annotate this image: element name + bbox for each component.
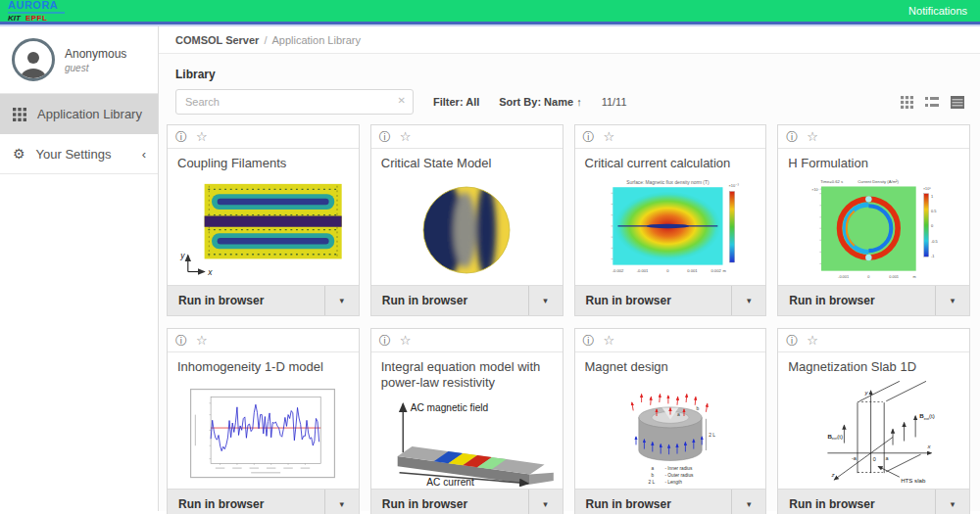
- list-view-icon[interactable]: [925, 96, 939, 109]
- main-area: COMSOL Server / Application Library Libr…: [159, 26, 980, 511]
- card-header: ⓘ ☆: [778, 329, 969, 352]
- clear-search-icon[interactable]: ✕: [398, 95, 406, 106]
- info-icon[interactable]: ⓘ: [175, 131, 187, 143]
- gear-icon: ⚙: [13, 147, 25, 161]
- run-options-caret[interactable]: ▾: [731, 490, 765, 514]
- run-in-browser-button[interactable]: Run in browser: [778, 286, 935, 315]
- run-options-caret[interactable]: ▾: [731, 286, 765, 315]
- sidebar-item-application-library[interactable]: Application Library: [0, 94, 158, 134]
- run-in-browser-button[interactable]: Run in browser: [371, 490, 528, 514]
- info-icon[interactable]: ⓘ: [786, 131, 798, 143]
- star-icon[interactable]: ☆: [604, 130, 615, 143]
- card-title: Integral equation model with power-law r…: [371, 352, 563, 395]
- notifications-link[interactable]: Notifications: [908, 5, 980, 17]
- top-bar: AURORA KIT EPFL Notifications: [0, 0, 980, 24]
- card-header: ⓘ ☆: [168, 329, 359, 352]
- card-footer: Run in browser ▾: [371, 489, 563, 514]
- user-block: Anonymous guest: [0, 26, 158, 94]
- flux-density-plot: Surface: Magnetic flux density norm (T) …: [586, 176, 755, 283]
- card-thumbnail: AC magnetic field AC current: [371, 395, 563, 490]
- search-box: ✕: [175, 89, 414, 115]
- legend-key: b: [651, 473, 654, 478]
- search-input[interactable]: [175, 89, 414, 115]
- info-icon[interactable]: ⓘ: [379, 335, 391, 347]
- critical-state-plot: [414, 177, 519, 283]
- application-grid: ⓘ ☆ Coupling Filaments: [159, 115, 980, 514]
- run-options-caret[interactable]: ▾: [528, 490, 563, 514]
- info-icon[interactable]: ⓘ: [583, 131, 595, 143]
- chevron-left-icon[interactable]: ‹: [142, 147, 146, 162]
- run-in-browser-button[interactable]: Run in browser: [575, 286, 732, 315]
- run-options-caret[interactable]: ▾: [935, 490, 969, 514]
- plot-title: Surface: Magnetic flux density norm (T): [626, 180, 710, 185]
- app-card-magnet-design: ⓘ ☆ Magnet design: [574, 328, 767, 514]
- x-tick: 0.001: [889, 275, 899, 279]
- breadcrumb: COMSOL Server / Application Library: [159, 26, 980, 54]
- run-options-caret[interactable]: ▾: [528, 286, 563, 315]
- card-thumbnail: y x: [168, 174, 359, 285]
- cb-label: 0.5: [931, 210, 936, 213]
- star-icon[interactable]: ☆: [400, 334, 412, 347]
- sort-label: Sort By: Name: [499, 96, 573, 108]
- star-icon[interactable]: ☆: [807, 130, 818, 143]
- a-label: a: [885, 455, 889, 461]
- info-icon[interactable]: ⓘ: [379, 131, 391, 143]
- logo-subtitle-bar: [8, 12, 65, 14]
- breadcrumb-current: Application Library: [271, 34, 361, 46]
- x-tick: 0: [666, 269, 669, 274]
- legend-desc: - Outer radius: [664, 473, 694, 478]
- plot-title: Current Density (A/m²): [858, 180, 899, 185]
- app-card-integral-equation-model: ⓘ ☆ Integral equation model with power-l…: [370, 328, 564, 514]
- x-tick: -0.002: [612, 269, 624, 274]
- card-title: Critical State Model: [371, 149, 563, 174]
- cb-label: 1: [931, 195, 933, 199]
- detail-view-icon[interactable]: [951, 96, 964, 109]
- logo-aurora-text: AURORA: [8, 0, 65, 11]
- magnet-diagram: a b 2 L a - Inner radius b - Outer radiu…: [602, 382, 739, 485]
- run-in-browser-button[interactable]: Run in browser: [168, 490, 324, 514]
- card-thumbnail: Time=0.62 s Current Density (A/m²) ×10⁻⁴: [778, 174, 969, 285]
- x-axis-label: x: [926, 443, 931, 449]
- run-options-caret[interactable]: ▾: [324, 286, 359, 315]
- b-ext-right-label: Bext(t): [919, 413, 935, 421]
- run-in-browser-button[interactable]: Run in browser: [778, 490, 935, 514]
- sort-up-icon[interactable]: ↑: [576, 96, 582, 108]
- cb-label: -1: [931, 255, 934, 258]
- app-card-critical-state-model: ⓘ ☆ Critical State Model: [370, 124, 564, 316]
- breadcrumb-separator: /: [264, 34, 267, 46]
- breadcrumb-root[interactable]: COMSOL Server: [175, 34, 259, 46]
- app-card-inhomogeneity-1d-model: ⓘ ☆ Inhomogeneity 1-D model: [167, 328, 360, 514]
- info-icon[interactable]: ⓘ: [583, 335, 595, 347]
- filter-control[interactable]: Filter: All: [433, 96, 479, 108]
- sort-control[interactable]: Sort By: Name ↑: [499, 96, 581, 108]
- run-in-browser-button[interactable]: Run in browser: [371, 286, 528, 315]
- sidebar-item-your-settings[interactable]: ⚙ Your Settings ‹: [0, 134, 158, 174]
- info-icon[interactable]: ⓘ: [786, 335, 798, 347]
- info-icon[interactable]: ⓘ: [175, 335, 187, 347]
- card-footer: Run in browser ▾: [778, 489, 969, 514]
- card-footer: Run in browser ▾: [168, 489, 359, 514]
- aurora-logo: AURORA KIT EPFL: [0, 0, 65, 23]
- run-in-browser-button[interactable]: Run in browser: [575, 490, 732, 514]
- colorbar-unit: ×10⁻³: [728, 183, 739, 188]
- run-in-browser-button[interactable]: Run in browser: [168, 286, 324, 315]
- card-footer: Run in browser ▾: [575, 489, 766, 514]
- x-unit: m: [722, 269, 726, 274]
- card-title: Magnetization Slab 1D: [778, 352, 969, 378]
- logo-epfl-text: EPFL: [25, 15, 47, 23]
- length-letter: 2 L: [709, 433, 715, 438]
- star-icon[interactable]: ☆: [807, 334, 818, 347]
- card-thumbnail: y x z -a 0 a Bext(t) Bext(t) HTS slab: [778, 378, 969, 489]
- coupling-filaments-plot: y x: [172, 182, 355, 277]
- card-header: ⓘ ☆: [575, 125, 766, 149]
- star-icon[interactable]: ☆: [196, 334, 208, 347]
- star-icon[interactable]: ☆: [400, 130, 412, 143]
- star-icon[interactable]: ☆: [196, 130, 208, 143]
- origin-label: 0: [872, 456, 875, 462]
- grid-view-icon[interactable]: [901, 96, 913, 109]
- star-icon[interactable]: ☆: [604, 334, 615, 347]
- run-options-caret[interactable]: ▾: [935, 286, 969, 315]
- current-density-plot: Time=0.62 s Current Density (A/m²) ×10⁻⁴: [792, 176, 956, 283]
- card-title: Critical current calculation: [575, 149, 766, 174]
- run-options-caret[interactable]: ▾: [324, 490, 359, 514]
